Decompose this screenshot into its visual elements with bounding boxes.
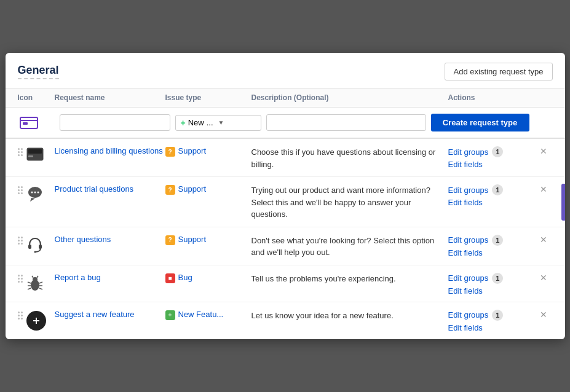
row-name-2[interactable]: Product trial questions (55, 183, 165, 194)
edit-groups-row-2: Edit groups 1 (448, 184, 534, 195)
support-badge-icon-3: ? (165, 235, 175, 245)
rows-container: Licensing and billing questions ? Suppor… (6, 139, 565, 339)
svg-point-8 (34, 192, 36, 194)
groups-count-5: 1 (492, 310, 503, 321)
header: General Add existing request type (6, 53, 565, 88)
edit-groups-link-3[interactable]: Edit groups (448, 235, 489, 245)
edit-fields-row-4: Edit fields (448, 286, 534, 296)
svg-rect-11 (39, 245, 42, 249)
issue-type-dropdown[interactable]: + New ... ▼ (175, 115, 261, 131)
edit-fields-row-2: Edit fields (448, 198, 534, 207)
svg-point-14 (33, 277, 38, 282)
col-close-spacer (534, 93, 553, 102)
col-issue-type: Issue type (165, 93, 251, 102)
support-badge-icon-2: ? (165, 185, 175, 195)
row-actions-3: Edit groups 1 Edit fields (448, 233, 534, 257)
svg-point-9 (37, 192, 39, 194)
edit-groups-row-4: Edit groups 1 (448, 273, 534, 284)
description-input[interactable] (266, 114, 426, 131)
drag-handle[interactable] (18, 184, 23, 194)
issue-type-dots: ... (207, 118, 213, 127)
groups-count-2: 1 (492, 184, 503, 195)
create-row: + New ... ▼ Create request type (6, 108, 565, 139)
edit-fields-link-4[interactable]: Edit fields (448, 286, 483, 296)
svg-line-17 (28, 288, 31, 289)
table-row: Other questions ? Support Don't see what… (6, 227, 565, 265)
svg-line-18 (39, 282, 42, 283)
edit-groups-link-1[interactable]: Edit groups (448, 147, 489, 157)
col-icon: Icon (18, 93, 55, 102)
edit-fields-link-1[interactable]: Edit fields (448, 160, 483, 169)
edit-groups-row-5: Edit groups 1 (448, 310, 534, 321)
svg-line-20 (39, 288, 42, 289)
row-desc-2: Trying out our product and want more inf… (251, 183, 448, 221)
svg-point-12 (34, 251, 36, 253)
row-actions-1: Edit groups 1 Edit fields (448, 145, 534, 169)
add-existing-button[interactable]: Add existing request type (445, 63, 553, 80)
issue-type-text-5[interactable]: New Featu... (178, 310, 224, 319)
edit-groups-link-4[interactable]: Edit groups (448, 273, 489, 283)
row-name-5[interactable]: Suggest a new feature (55, 308, 165, 319)
close-button-1[interactable]: ✕ (534, 145, 553, 156)
drag-handle[interactable] (18, 146, 23, 156)
issue-type-text-1[interactable]: Support (178, 146, 207, 155)
create-request-type-button[interactable]: Create request type (431, 114, 529, 131)
support-badge-icon: ? (165, 147, 175, 157)
drag-handle[interactable] (18, 310, 23, 319)
row-icon-plus-circle (26, 310, 46, 331)
svg-rect-10 (28, 245, 31, 249)
drag-handle[interactable] (18, 235, 23, 245)
edit-fields-link-3[interactable]: Edit fields (448, 248, 483, 257)
table-row: Licensing and billing questions ? Suppor… (6, 139, 565, 177)
plus-icon: + (181, 118, 186, 128)
issue-type-text-3[interactable]: Support (178, 235, 207, 244)
row-name-3[interactable]: Other questions (55, 233, 165, 244)
close-button-3[interactable]: ✕ (534, 233, 553, 245)
svg-rect-5 (28, 155, 33, 157)
row-desc-4: Tell us the problems you're experiencing… (251, 272, 448, 285)
edit-groups-link-5[interactable]: Edit groups (448, 310, 489, 319)
page-title: General (18, 64, 59, 79)
chevron-down-icon: ▼ (218, 119, 224, 126)
svg-line-22 (37, 276, 38, 278)
col-request-name: Request name (55, 93, 165, 102)
edit-groups-row-3: Edit groups 1 (448, 235, 534, 246)
row-desc-5: Let us know your idea for a new feature. (251, 308, 448, 322)
groups-count-3: 1 (492, 235, 503, 246)
row-name-4[interactable]: Report a bug (55, 272, 165, 282)
row-desc-1: Choose this if you have questions about … (251, 145, 448, 170)
table-header: Icon Request name Issue type Description… (6, 88, 565, 108)
issue-type-text-4[interactable]: Bug (178, 273, 192, 282)
col-description: Description (Optional) (251, 93, 448, 102)
feature-badge-icon: + (165, 310, 175, 320)
groups-count-1: 1 (492, 146, 503, 157)
issue-badge-1: ? Support (165, 145, 251, 157)
row-actions-4: Edit groups 1 Edit fields (448, 272, 534, 296)
col-actions: Actions (448, 93, 534, 102)
svg-point-7 (31, 192, 33, 194)
create-icon-preview (18, 114, 40, 131)
row-name-1[interactable]: Licensing and billing questions (55, 145, 165, 155)
issue-badge-3: ? Support (165, 233, 251, 245)
row-icon-headset (26, 235, 44, 253)
drag-handle[interactable] (18, 273, 23, 283)
table-row: Suggest a new feature + New Featu... Let… (6, 302, 565, 339)
edit-groups-link-2[interactable]: Edit groups (448, 186, 489, 195)
table-row: Product trial questions ? Support Trying… (6, 177, 565, 227)
request-name-input[interactable] (60, 114, 170, 131)
edit-groups-row-1: Edit groups 1 (448, 146, 534, 157)
close-button-2[interactable]: ✕ (534, 183, 553, 194)
bug-badge-icon: ■ (165, 273, 175, 283)
edit-fields-link-5[interactable]: Edit fields (448, 323, 483, 332)
row-desc-3: Don't see what you're looking for? Selec… (251, 233, 448, 259)
close-button-5[interactable]: ✕ (534, 308, 553, 319)
edit-fields-row-3: Edit fields (448, 248, 534, 257)
issue-badge-4: ■ Bug (165, 272, 251, 283)
table-row: Report a bug ■ Bug Tell us the problems … (6, 265, 565, 302)
main-window: General Add existing request type Icon R… (6, 53, 565, 339)
issue-type-label: New (188, 118, 204, 127)
edit-fields-link-2[interactable]: Edit fields (448, 198, 483, 207)
close-button-4[interactable]: ✕ (534, 272, 553, 283)
issue-type-text-2[interactable]: Support (178, 184, 207, 194)
svg-rect-2 (23, 122, 28, 125)
